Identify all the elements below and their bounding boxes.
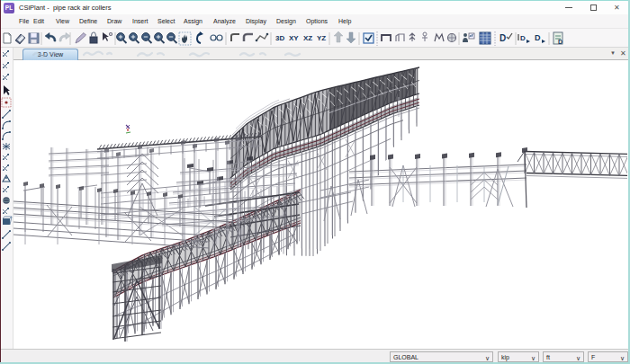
svg-text:D: D: [558, 39, 562, 45]
svg-text:D: D: [520, 34, 526, 42]
svg-text:XZ: XZ: [303, 34, 312, 42]
svg-text:D: D: [500, 33, 506, 43]
svg-text:YZ: YZ: [317, 34, 326, 42]
svg-text:3D: 3D: [275, 34, 284, 42]
svg-text:XY: XY: [289, 34, 299, 42]
svg-text:D: D: [535, 33, 541, 42]
